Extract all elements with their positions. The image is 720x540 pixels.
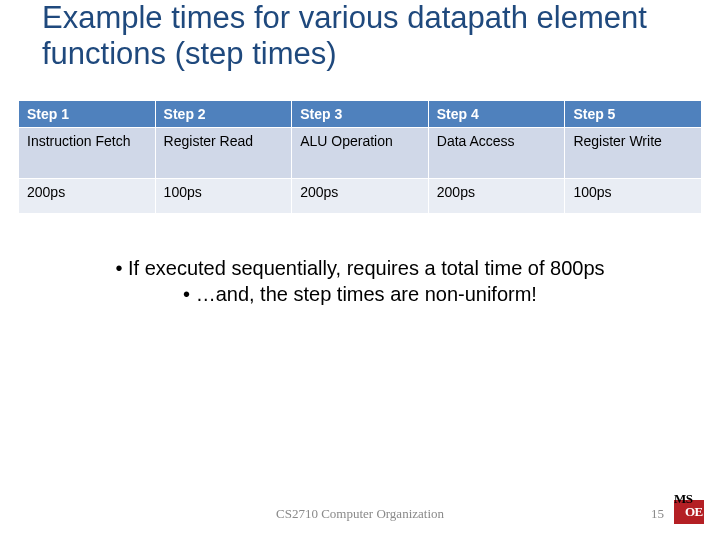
bullet-block: • If executed sequentially, requires a t… [0, 255, 720, 307]
cell: Register Write [565, 128, 702, 179]
table-row: 200ps 100ps 200ps 200ps 100ps [19, 179, 702, 214]
bullet-line: • If executed sequentially, requires a t… [0, 255, 720, 281]
col-header: Step 4 [428, 101, 565, 128]
col-header: Step 3 [292, 101, 429, 128]
cell: Data Access [428, 128, 565, 179]
footer: CS2710 Computer Organization 15 MS OE [0, 498, 720, 524]
bullet-line: • …and, the step times are non-uniform! [0, 281, 720, 307]
logo-bot-text: OE [685, 505, 703, 518]
page-number: 15 [651, 506, 664, 522]
cell: 200ps [292, 179, 429, 214]
cell: 100ps [155, 179, 292, 214]
cell: Instruction Fetch [19, 128, 156, 179]
table-row: Instruction Fetch Register Read ALU Oper… [19, 128, 702, 179]
col-header: Step 5 [565, 101, 702, 128]
cell: 200ps [19, 179, 156, 214]
footer-course: CS2710 Computer Organization [0, 506, 720, 522]
cell: Register Read [155, 128, 292, 179]
slide-title: Example times for various datapath eleme… [42, 0, 678, 71]
step-times-table: Step 1 Step 2 Step 3 Step 4 Step 5 Instr… [18, 100, 702, 214]
cell: 200ps [428, 179, 565, 214]
cell: 100ps [565, 179, 702, 214]
cell: ALU Operation [292, 128, 429, 179]
msoe-logo: MS OE [674, 492, 712, 524]
table-header-row: Step 1 Step 2 Step 3 Step 4 Step 5 [19, 101, 702, 128]
col-header: Step 2 [155, 101, 292, 128]
col-header: Step 1 [19, 101, 156, 128]
